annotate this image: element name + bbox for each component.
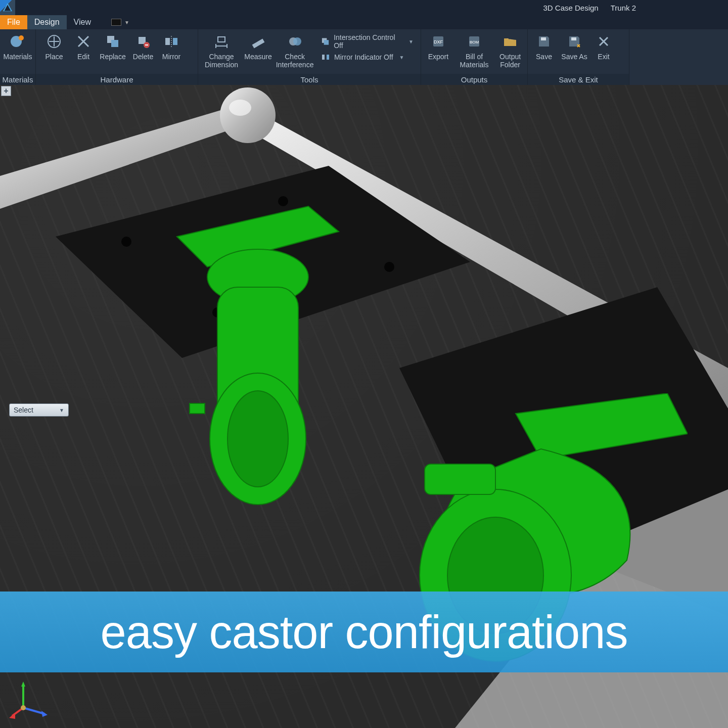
close-icon (595, 32, 613, 51)
intersection-control-toggle[interactable]: Intersection Control Off ▼ (321, 33, 414, 50)
group-label: Tools (198, 74, 421, 85)
group-label: Materials (0, 74, 35, 85)
ribbon: Materials Materials Place Edit Replace D… (0, 29, 728, 85)
delete-button[interactable]: Delete (129, 31, 157, 61)
materials-icon (9, 32, 27, 51)
export-dxf-icon: DXF (429, 32, 447, 51)
output-folder-button[interactable]: Output Folder (495, 31, 525, 69)
bom-icon: BOM (465, 32, 483, 51)
save-button[interactable]: Save (530, 31, 558, 61)
folder-icon (501, 32, 519, 51)
chevron-down-icon: ▼ (408, 39, 414, 44)
color-swatch-icon (111, 19, 121, 26)
svg-rect-24 (322, 55, 325, 60)
group-tools: Change Dimension Measure Check Interfere… (198, 29, 421, 85)
svg-rect-54 (425, 464, 495, 494)
svg-text:DXF: DXF (434, 39, 443, 44)
svg-rect-8 (111, 40, 118, 47)
group-label: Save & Exit (528, 74, 629, 85)
place-button[interactable]: Place (38, 31, 70, 61)
svg-rect-13 (173, 38, 177, 45)
svg-point-36 (220, 87, 276, 143)
svg-point-40 (121, 237, 131, 247)
svg-point-61 (21, 705, 26, 710)
menu-tabs: File Design View ▼ (0, 15, 728, 29)
save-as-icon (565, 32, 583, 51)
materials-button[interactable]: Materials (2, 31, 33, 61)
mirror-icon (162, 32, 180, 51)
svg-line-57 (23, 708, 44, 714)
group-label: Outputs (421, 74, 527, 85)
group-label: Hardware (36, 74, 198, 85)
group-outputs: DXF Export BOM Bill of Materials Output … (421, 29, 528, 85)
place-icon (45, 32, 63, 51)
dimension-icon (212, 32, 231, 51)
bill-of-materials-button[interactable]: BOM Bill of Materials (453, 31, 495, 69)
svg-point-21 (293, 37, 301, 46)
selection-mode-label: Select (14, 406, 33, 414)
svg-point-3 (19, 35, 24, 40)
save-as-button[interactable]: Save As (558, 31, 590, 61)
exit-button[interactable]: Exit (590, 31, 617, 61)
svg-rect-18 (218, 37, 225, 42)
svg-rect-19 (252, 39, 264, 49)
svg-rect-23 (324, 40, 329, 44)
delete-icon (134, 32, 152, 51)
svg-rect-25 (327, 55, 329, 60)
tab-view[interactable]: View (67, 15, 98, 29)
intersection-icon (321, 37, 330, 46)
measure-button[interactable]: Measure (243, 31, 274, 61)
mirror-indicator-icon (321, 53, 330, 62)
app-logo-icon (0, 0, 15, 15)
svg-text:BOM: BOM (470, 40, 479, 44)
title-bar: 3D Case Design Trunk 2 (0, 0, 728, 15)
svg-marker-34 (0, 105, 258, 209)
group-hardware: Place Edit Replace Delete Mirror Hardwar… (36, 29, 198, 85)
svg-point-49 (228, 391, 288, 487)
group-materials: Materials Materials (0, 29, 36, 85)
group-save-exit: Save Save As Exit Save & Exit (528, 29, 629, 85)
edit-button[interactable]: Edit (70, 31, 97, 61)
3d-viewport[interactable]: + Select ▼ easy castor configurations (0, 85, 728, 728)
mirror-indicator-toggle[interactable]: Mirror Indicator Off ▼ (321, 53, 414, 62)
measure-icon (249, 32, 267, 51)
tab-file[interactable]: File (0, 15, 27, 29)
replace-icon (104, 32, 122, 51)
svg-point-37 (229, 100, 251, 116)
export-button[interactable]: DXF Export (423, 31, 453, 61)
color-dropdown[interactable]: ▼ (107, 15, 133, 29)
chevron-down-icon: ▼ (59, 407, 64, 413)
svg-rect-50 (190, 403, 205, 414)
app-name: 3D Case Design (537, 4, 604, 12)
change-dimension-button[interactable]: Change Dimension (200, 31, 243, 69)
check-interference-button[interactable]: Check Interference (274, 31, 316, 69)
castor-model-1 (162, 201, 354, 515)
mirror-button[interactable]: Mirror (157, 31, 186, 61)
caption-text: easy castor configurations (101, 606, 628, 659)
caption-banner: easy castor configurations (0, 592, 728, 672)
svg-point-42 (384, 262, 394, 272)
document-name: Trunk 2 (605, 4, 642, 12)
selection-mode-dropdown[interactable]: Select ▼ (9, 403, 69, 417)
svg-marker-56 (21, 681, 25, 687)
svg-rect-12 (165, 38, 170, 45)
svg-rect-30 (541, 37, 546, 40)
expand-tree-button[interactable]: + (1, 86, 11, 96)
chevron-down-icon: ▼ (399, 55, 404, 60)
chevron-down-icon: ▼ (124, 20, 129, 25)
tab-design[interactable]: Design (27, 15, 67, 29)
save-icon (535, 32, 553, 51)
svg-marker-58 (41, 711, 48, 717)
replace-button[interactable]: Replace (97, 31, 129, 61)
interference-icon (286, 32, 304, 51)
axis-triad-icon[interactable] (9, 678, 50, 719)
svg-rect-31 (571, 37, 576, 40)
edit-icon (74, 32, 93, 51)
svg-marker-60 (9, 713, 15, 719)
